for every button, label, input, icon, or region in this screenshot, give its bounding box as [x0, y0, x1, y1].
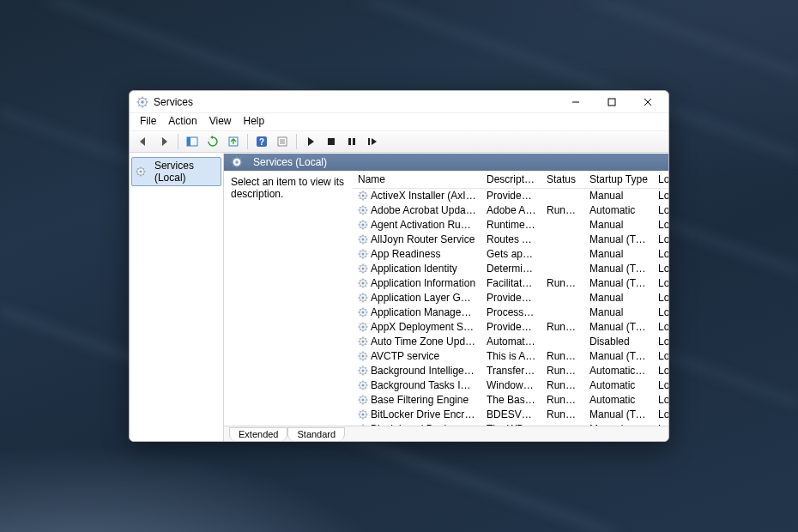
menu-file[interactable]: File — [135, 113, 161, 130]
cell-startup: Manual (Trigg.. — [584, 262, 653, 276]
cell-status — [541, 335, 584, 349]
cell-description: Routes AllJo.. — [481, 233, 541, 247]
start-service-button[interactable] — [302, 133, 319, 150]
cell-name: App Readiness — [353, 247, 481, 262]
cell-logon: Local Service — [653, 233, 668, 247]
table-row[interactable]: Background Tasks Infrastruc..Windows inf… — [353, 378, 668, 393]
col-status[interactable]: Status — [541, 171, 584, 189]
maximize-button[interactable] — [600, 94, 624, 111]
properties-button[interactable] — [274, 133, 291, 150]
table-row[interactable]: Block Level Backup Engine S..The WBENGI.… — [353, 422, 668, 426]
gear-icon — [358, 322, 368, 332]
toolbar-separator — [247, 134, 248, 149]
cell-status — [541, 233, 584, 247]
cell-description: This is Audio.. — [481, 349, 541, 364]
cell-status — [541, 291, 584, 305]
export-list-button[interactable] — [225, 133, 242, 150]
col-logon[interactable]: Log On As — [653, 171, 668, 189]
table-row[interactable]: Background Intelligent Tran..Transfers f… — [353, 364, 668, 378]
cell-startup: Manual — [584, 218, 653, 233]
services-window: Services File Action View Help — [129, 90, 669, 442]
minimize-button[interactable] — [564, 94, 588, 111]
table-row[interactable]: Base Filtering EngineThe Base Filt..Runn… — [353, 393, 668, 408]
cell-logon: Local Service — [653, 335, 668, 349]
col-startup[interactable]: Startup Type — [584, 171, 653, 189]
console-tree[interactable]: Services (Local) — [130, 154, 224, 441]
cell-startup: Manual — [584, 422, 653, 426]
cell-startup: Manual — [584, 247, 653, 262]
cell-name: Adobe Acrobat Update Servi.. — [353, 203, 481, 218]
desktop-background: Services File Action View Help — [0, 0, 798, 532]
cell-name: Application Information — [353, 276, 481, 291]
services-list[interactable]: Name Description Status Startup Type Log… — [353, 171, 668, 426]
refresh-button[interactable] — [204, 133, 221, 150]
cell-name: Application Identity — [353, 262, 481, 276]
close-button[interactable] — [636, 94, 660, 111]
table-row[interactable]: Adobe Acrobat Update Servi..Adobe Acro..… — [353, 203, 668, 218]
cell-logon: Local System — [653, 203, 668, 218]
svg-rect-26 — [368, 138, 370, 145]
cell-status — [541, 305, 584, 320]
cell-description: BDESVC hos.. — [481, 408, 541, 422]
cell-name: ActiveX Installer (AxInstSV) — [353, 189, 481, 203]
table-row[interactable]: Application Layer Gateway S..Provides su… — [353, 291, 668, 305]
cell-logon: Local System — [653, 189, 668, 203]
gear-icon — [136, 166, 146, 178]
cell-logon: Local System — [653, 378, 668, 393]
column-header-row[interactable]: Name Description Status Startup Type Log… — [353, 171, 668, 189]
table-row[interactable]: AllJoyn Router ServiceRoutes AllJo..Manu… — [353, 233, 668, 247]
back-button[interactable] — [135, 133, 152, 150]
table-row[interactable]: BitLocker Drive Encryption S..BDESVC hos… — [353, 408, 668, 422]
tab-standard[interactable]: Standard — [287, 427, 345, 441]
gear-icon — [358, 366, 368, 376]
svg-rect-25 — [353, 138, 355, 145]
table-row[interactable]: App ReadinessGets apps re..ManualLocal S… — [353, 247, 668, 262]
titlebar[interactable]: Services — [130, 91, 668, 113]
table-row[interactable]: AppX Deployment Service (A..Provides inf… — [353, 320, 668, 335]
gear-icon — [358, 293, 368, 303]
gear-icon — [358, 263, 368, 274]
gear-icon — [358, 190, 368, 201]
help-button[interactable]: ? — [253, 133, 270, 150]
cell-name: Block Level Backup Engine S.. — [353, 422, 481, 426]
col-name[interactable]: Name — [353, 171, 481, 189]
table-row[interactable]: Application ManagementProcesses in..Manu… — [353, 305, 668, 320]
show-hide-tree-button[interactable] — [184, 133, 201, 150]
forward-button[interactable] — [155, 133, 172, 150]
cell-startup: Disabled — [584, 335, 653, 349]
table-row[interactable]: Agent Activation Runtime_b..Runtime for … — [353, 218, 668, 233]
stop-service-button[interactable] — [323, 133, 340, 150]
cell-status: Running — [541, 320, 584, 335]
cell-description: Provides sup.. — [481, 291, 541, 305]
cell-startup: Manual (Trigg.. — [584, 408, 653, 422]
menu-view[interactable]: View — [204, 113, 237, 130]
cell-logon: Local System — [653, 276, 668, 291]
col-description[interactable]: Description — [481, 171, 541, 189]
pause-service-button[interactable] — [343, 133, 360, 150]
gear-icon — [358, 351, 368, 361]
tab-extended[interactable]: Extended — [229, 427, 287, 441]
tree-item-services-local[interactable]: Services (Local) — [131, 157, 221, 186]
svg-rect-15 — [187, 137, 190, 146]
table-row[interactable]: ActiveX Installer (AxInstSV)Provides Use… — [353, 189, 668, 203]
cell-name: Agent Activation Runtime_b.. — [353, 218, 481, 233]
menu-help[interactable]: Help — [239, 113, 270, 130]
table-row[interactable]: Application IdentityDetermines ..Manual … — [353, 262, 668, 276]
restart-service-button[interactable] — [364, 133, 381, 150]
table-row[interactable]: Application InformationFacilitates th..R… — [353, 276, 668, 291]
detail-pane: Select an item to view its description. — [224, 171, 353, 426]
cell-startup: Manual (Trigg.. — [584, 320, 653, 335]
cell-status: Running — [541, 276, 584, 291]
table-row[interactable]: Auto Time Zone UpdaterAutomaticall..Disa… — [353, 335, 668, 349]
menu-action[interactable]: Action — [163, 113, 202, 130]
cell-status — [541, 262, 584, 276]
cell-startup: Manual (Trigg.. — [584, 276, 653, 291]
view-tabs: Extended Standard — [224, 426, 668, 441]
gear-icon — [358, 220, 368, 230]
cell-description: Gets apps re.. — [481, 247, 541, 262]
svg-text:?: ? — [259, 137, 264, 147]
cell-description: Facilitates th.. — [481, 276, 541, 291]
table-row[interactable]: AVCTP serviceThis is Audio..RunningManua… — [353, 349, 668, 364]
cell-name: Auto Time Zone Updater — [353, 335, 481, 349]
gear-icon — [358, 380, 368, 390]
